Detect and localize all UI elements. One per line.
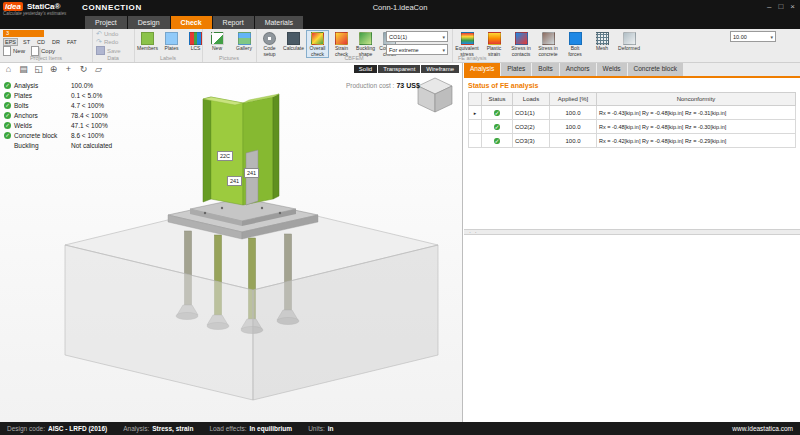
selected-project-item[interactable]: 3 xyxy=(3,30,44,37)
group-project-items: 3 EPS ST CD DR FAT New Copy Project Item… xyxy=(0,29,93,62)
strain-check-button[interactable]: Straincheck xyxy=(330,30,353,58)
equivalent-stress-icon xyxy=(461,32,474,45)
save-button[interactable]: Save xyxy=(96,46,121,55)
gear-icon xyxy=(263,32,276,45)
type-cd[interactable]: CD xyxy=(35,38,47,46)
deformed-button[interactable]: Deformed xyxy=(616,30,642,58)
code-setup-button[interactable]: Codesetup xyxy=(258,30,281,58)
type-st[interactable]: ST xyxy=(21,38,32,46)
overall-check-icon xyxy=(311,32,324,45)
buckling-shape-icon xyxy=(359,32,372,45)
tab-design[interactable]: Design xyxy=(128,16,170,29)
type-eps[interactable]: EPS xyxy=(3,38,18,46)
result-tab-concrete-block[interactable]: Concrete block xyxy=(628,63,683,76)
undo-button[interactable]: ↶Undo xyxy=(96,30,121,37)
panel-splitter[interactable]: · · xyxy=(464,229,800,235)
splitter-handle[interactable]: · · xyxy=(469,230,800,234)
deformed-icon xyxy=(623,32,636,45)
check-ok-icon: ✓ xyxy=(4,132,11,139)
scene-label-241-a[interactable]: 241 xyxy=(227,176,242,186)
row-selector xyxy=(469,120,482,134)
deformation-scale-select[interactable]: 10.00▾ xyxy=(730,31,776,42)
plates-toggle-button[interactable]: Plates xyxy=(160,30,183,53)
close-button[interactable]: × xyxy=(790,2,795,11)
scene-label-22C[interactable]: 22C xyxy=(217,151,233,161)
tab-project[interactable]: Project xyxy=(85,16,127,29)
load-combination-select[interactable]: CO1(1)▾ xyxy=(386,31,448,42)
extreme-filter-select[interactable]: For extreme▾ xyxy=(386,44,448,55)
stress-in-concrete-icon xyxy=(542,32,555,45)
wireframe-view-button[interactable]: Wireframe xyxy=(421,65,459,73)
results-panel: Analysis Plates Bolts Anchors Welds Conc… xyxy=(464,63,800,422)
check-ok-icon: ✓ xyxy=(4,92,11,99)
save-icon xyxy=(96,46,105,55)
rotate-icon[interactable]: ↻ xyxy=(78,64,89,74)
group-fe-analysis: Equivalentstress Plasticstrain Stress in… xyxy=(452,29,790,62)
tab-materials[interactable]: Materials xyxy=(255,16,303,29)
table-row[interactable]: ▸ ✓ CO1(1) 100.0 Rx = -0.43[kip.in] Ry =… xyxy=(469,106,796,120)
stress-in-contacts-button[interactable]: Stress incontacts xyxy=(508,30,534,58)
result-tab-bolts[interactable]: Bolts xyxy=(532,63,558,76)
minimize-button[interactable]: – xyxy=(767,2,771,11)
type-dr[interactable]: DR xyxy=(50,38,62,46)
members-toggle-button[interactable]: Members xyxy=(136,30,159,53)
redo-icon: ↷ xyxy=(96,38,102,45)
row-selector: ▸ xyxy=(469,106,482,120)
tab-report[interactable]: Report xyxy=(213,16,254,29)
stress-in-contacts-icon xyxy=(515,32,528,45)
analysis-type-status: Analysis:Stress, strain xyxy=(123,425,193,432)
result-tab-anchors[interactable]: Anchors xyxy=(560,63,596,76)
tab-check[interactable]: Check xyxy=(171,16,212,29)
equivalent-stress-button[interactable]: Equivalentstress xyxy=(454,30,480,58)
summary-row-analysis: ✓Analysis100.0% xyxy=(4,80,164,90)
group-label-fe-analysis: FE analysis xyxy=(452,55,790,62)
transparent-view-button[interactable]: Transparent xyxy=(378,65,420,73)
maximize-button[interactable]: □ xyxy=(778,2,783,11)
group-cbfem: Codesetup Calculate Overallcheck Strainc… xyxy=(256,29,453,62)
undo-icon: ↶ xyxy=(96,30,102,37)
check-ok-icon: ✓ xyxy=(4,122,11,129)
zoom-icon[interactable]: ⊕ xyxy=(48,64,59,74)
result-tab-welds[interactable]: Welds xyxy=(597,63,627,76)
calculate-button[interactable]: Calculate xyxy=(282,30,305,58)
overall-check-button[interactable]: Overallcheck xyxy=(306,30,329,58)
result-tab-analysis[interactable]: Analysis xyxy=(464,63,500,76)
production-cost: Production cost :73 US$ xyxy=(346,82,420,89)
new-picture-icon xyxy=(211,32,224,45)
gallery-button[interactable]: Gallery xyxy=(231,30,257,53)
scene-label-241-b[interactable]: 241 xyxy=(244,168,259,178)
type-fat[interactable]: FAT xyxy=(65,38,79,46)
mesh-icon xyxy=(596,32,609,45)
mesh-button[interactable]: Mesh xyxy=(589,30,615,58)
members-icon xyxy=(141,32,154,45)
summary-row-concrete-block: ✓Concrete block8.6 < 100% xyxy=(4,130,164,140)
result-tab-plates[interactable]: Plates xyxy=(501,63,531,76)
group-label-pictures: Pictures xyxy=(202,55,256,62)
viewport-3d[interactable]: ⌂ ▤ ◱ ⊕ + ↻ ▱ Solid Transparent Wirefram… xyxy=(0,63,463,422)
orientation-cube[interactable] xyxy=(418,78,452,112)
website-link[interactable]: www.ideastatica.com xyxy=(732,425,793,432)
chevron-down-icon: ▾ xyxy=(442,47,445,53)
group-label-project-items: Project Items xyxy=(0,55,92,62)
perspective-icon[interactable]: ▱ xyxy=(93,64,104,74)
home-icon[interactable]: ⌂ xyxy=(3,64,14,74)
status-ok-icon: ✓ xyxy=(494,138,499,144)
print-icon[interactable]: ▤ xyxy=(18,64,29,74)
buckling-shape-button[interactable]: Bucklingshape xyxy=(354,30,377,58)
window-controls: – □ × xyxy=(767,2,795,11)
stress-in-concrete-button[interactable]: Stress inconcrete xyxy=(535,30,561,58)
pan-icon[interactable]: + xyxy=(63,64,74,74)
bolt-forces-button[interactable]: Boltforces xyxy=(562,30,588,58)
zoom-window-icon[interactable]: ◱ xyxy=(33,64,44,74)
redo-button[interactable]: ↷Redo xyxy=(96,38,121,45)
table-row[interactable]: ✓ CO2(2) 100.0 Rx = -0.48[kip.in] Ry = -… xyxy=(469,120,796,134)
column-member xyxy=(203,94,279,205)
group-label-labels: Labels xyxy=(134,55,202,62)
table-row[interactable]: ✓ CO3(3) 100.0 Rx = -0.42[kip.in] Ry = -… xyxy=(469,134,796,148)
solid-view-button[interactable]: Solid xyxy=(354,65,377,73)
plastic-strain-button[interactable]: Plasticstrain xyxy=(481,30,507,58)
plates-icon xyxy=(165,32,178,45)
view-mode-buttons: Solid Transparent Wireframe xyxy=(354,65,459,73)
new-picture-button[interactable]: New xyxy=(204,30,230,53)
fe-status-title: Status of FE analysis xyxy=(464,78,800,92)
